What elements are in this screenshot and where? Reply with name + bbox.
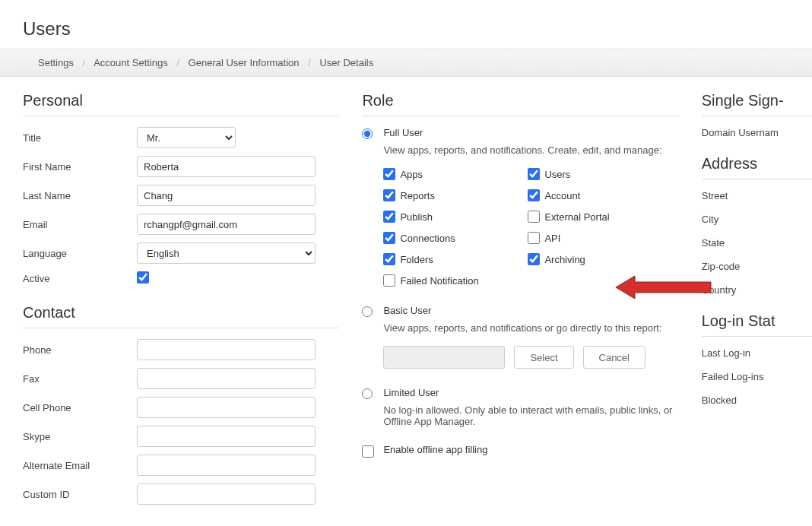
alt-email-label: Alternate Email <box>23 460 137 471</box>
breadcrumb-sep: / <box>83 57 86 68</box>
basic-report-input[interactable] <box>383 346 505 369</box>
breadcrumb-general-user-info[interactable]: General User Information <box>189 57 300 68</box>
street-label: Street <box>702 190 812 201</box>
offline-label: Enable offline app filling <box>383 444 678 455</box>
breadcrumb: Settings / Account Settings / General Us… <box>0 49 812 77</box>
perm-connections-checkbox[interactable] <box>383 232 395 244</box>
select-button[interactable]: Select <box>514 346 573 369</box>
role-limited-desc: No log-in allowed. Only able to interact… <box>383 404 678 427</box>
page-title: Users <box>0 0 812 49</box>
role-limited-radio[interactable] <box>362 388 373 399</box>
contact-heading: Contact <box>23 304 339 328</box>
perm-users-label: Users <box>544 169 570 180</box>
phone-input[interactable] <box>137 339 316 360</box>
custom-id-input[interactable] <box>137 483 316 505</box>
personal-heading: Personal <box>23 92 339 116</box>
perm-reports-checkbox[interactable] <box>383 189 395 201</box>
breadcrumb-user-details[interactable]: User Details <box>319 57 373 68</box>
perm-publish-label: Publish <box>400 211 433 223</box>
perm-apps-checkbox[interactable] <box>383 168 395 180</box>
cancel-button[interactable]: Cancel <box>583 346 645 369</box>
perm-account-label: Account <box>544 190 580 201</box>
title-label: Title <box>23 132 137 144</box>
perm-archiving-checkbox[interactable] <box>528 253 540 265</box>
first-name-input[interactable] <box>137 156 316 177</box>
language-label: Language <box>23 248 137 259</box>
alt-email-input[interactable] <box>137 455 316 476</box>
skype-label: Skype <box>23 431 137 442</box>
email-input[interactable] <box>137 214 316 235</box>
state-label: State <box>702 237 812 249</box>
role-limited-name: Limited User <box>383 387 678 398</box>
address-heading: Address <box>702 155 812 179</box>
breadcrumb-sep: / <box>308 57 311 68</box>
failed-logins-label: Failed Log-ins <box>702 371 812 382</box>
fax-label: Fax <box>23 373 137 385</box>
perm-archiving-label: Archiving <box>544 254 585 265</box>
role-basic-radio[interactable] <box>362 306 373 317</box>
role-heading: Role <box>362 92 678 116</box>
city-label: City <box>702 214 812 225</box>
breadcrumb-sep: / <box>176 57 179 68</box>
perm-external-label: External Portal <box>544 211 609 223</box>
first-name-label: First Name <box>23 161 137 173</box>
perm-connections-label: Connections <box>400 233 455 244</box>
active-label: Active <box>23 273 137 284</box>
perm-account-checkbox[interactable] <box>528 189 540 201</box>
sso-heading: Single Sign- <box>702 92 812 116</box>
perm-api-label: API <box>544 233 560 244</box>
zip-label: Zip-code <box>702 261 812 272</box>
perm-users-checkbox[interactable] <box>528 168 540 180</box>
cell-phone-label: Cell Phone <box>23 402 137 414</box>
perm-apps-label: Apps <box>400 169 423 180</box>
perm-folders-label: Folders <box>400 254 433 265</box>
breadcrumb-account-settings[interactable]: Account Settings <box>94 57 168 68</box>
last-login-label: Last Log-in <box>702 347 812 359</box>
last-name-label: Last Name <box>23 190 137 201</box>
email-label: Email <box>23 219 137 230</box>
perm-failed-checkbox[interactable] <box>383 274 395 287</box>
country-label: Country <box>702 284 812 296</box>
perm-reports-label: Reports <box>400 190 435 201</box>
perm-failed-label: Failed Notification <box>400 275 478 287</box>
active-checkbox[interactable] <box>137 271 149 284</box>
perm-publish-checkbox[interactable] <box>383 211 395 223</box>
domain-username-label: Domain Usernam <box>702 127 812 138</box>
breadcrumb-settings[interactable]: Settings <box>38 57 74 68</box>
skype-input[interactable] <box>137 426 316 447</box>
last-name-input[interactable] <box>137 185 316 206</box>
perm-api-checkbox[interactable] <box>528 232 540 244</box>
fax-input[interactable] <box>137 368 316 389</box>
custom-id-label: Custom ID <box>23 489 137 500</box>
role-full-desc: View apps, reports, and notifications. C… <box>383 144 678 156</box>
perm-external-checkbox[interactable] <box>528 211 540 223</box>
title-select[interactable]: Mr. <box>137 127 236 148</box>
role-basic-name: Basic User <box>383 305 678 316</box>
cell-phone-input[interactable] <box>137 397 316 418</box>
language-select[interactable]: English <box>137 242 316 264</box>
perm-folders-checkbox[interactable] <box>383 253 395 265</box>
role-full-name: Full User <box>383 127 678 138</box>
role-full-radio[interactable] <box>362 128 373 139</box>
blocked-label: Blocked <box>702 394 812 406</box>
offline-checkbox[interactable] <box>362 445 374 458</box>
login-heading: Log-in Stat <box>702 312 812 337</box>
role-basic-desc: View apps, reports, and notifications or… <box>383 322 678 334</box>
phone-label: Phone <box>23 344 137 356</box>
